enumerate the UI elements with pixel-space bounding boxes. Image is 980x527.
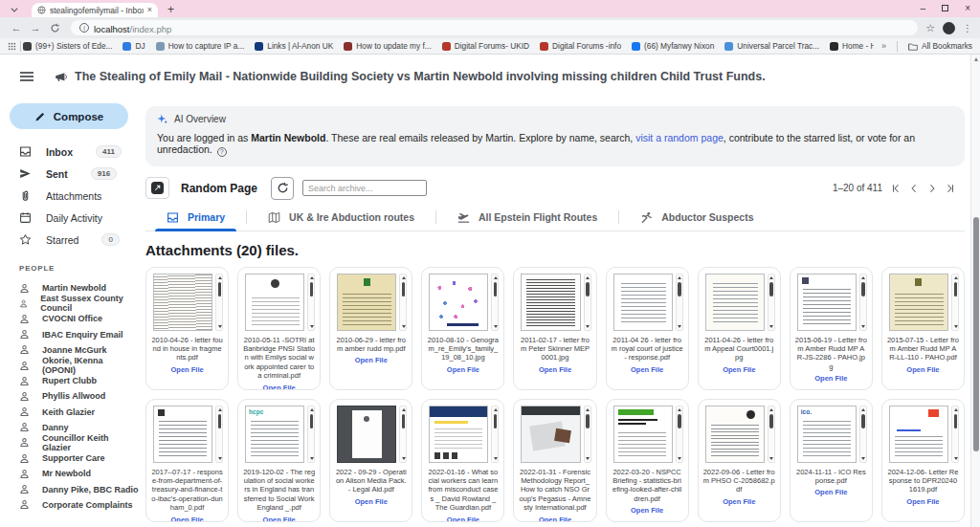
attachment-card[interactable]: 2015-07-15 - Letter from Amber Rudd MP A…: [881, 267, 965, 390]
open-file-link[interactable]: Open File: [612, 506, 683, 515]
profile-avatar[interactable]: [943, 22, 955, 34]
sidebar-person-item[interactable]: Mr Newbold: [0, 466, 139, 481]
sidebar-item-attachments[interactable]: Attachments: [0, 185, 139, 207]
site-info-icon[interactable]: i: [79, 23, 89, 33]
reload-button[interactable]: [46, 23, 63, 33]
bookmark-item[interactable]: Links | Al-Anon UK: [255, 41, 333, 51]
attachment-card[interactable]: hcpc 2019-120-02 - The regulation of soc…: [237, 399, 321, 522]
sidebar-person-item[interactable]: CVOCNI Office: [0, 311, 139, 326]
sidebar-person-item[interactable]: Councillor Keith Glazier: [0, 435, 139, 450]
bookmark-item[interactable]: Home - HM Govern...: [830, 41, 874, 51]
bookmark-star-icon[interactable]: ☆: [925, 22, 935, 34]
sidebar-item-inbox[interactable]: Inbox 411: [0, 141, 139, 163]
attachment-card[interactable]: 2022-01-31 - Forensic Methodology Report…: [513, 399, 596, 522]
sidebar-person-item[interactable]: Phyllis Allwood: [0, 388, 139, 404]
attachment-card[interactable]: 2017--07-17 - response-from-department-o…: [145, 399, 229, 522]
help-icon[interactable]: ?: [217, 147, 227, 157]
open-file-link[interactable]: Open File: [427, 516, 499, 522]
sidebar-person-item[interactable]: Okorie, IKenna (OPONI): [0, 358, 139, 373]
bookmark-item[interactable]: (66) Myfanwy Nixon: [632, 41, 714, 51]
attachment-card[interactable]: 2015-06-19 - Letter from Amber Rudd MP A…: [790, 267, 873, 390]
attachment-card[interactable]: 2010-08-10 - Genogram_re_Emily's_family_…: [421, 267, 504, 390]
open-file-link[interactable]: Open File: [243, 384, 315, 390]
attachment-card[interactable]: 2024-12-06- Letter Response to DPR202401…: [881, 399, 965, 522]
hamburger-menu-icon[interactable]: [20, 69, 33, 83]
bookmark-item[interactable]: (99+) Sisters of Ede...: [23, 41, 112, 51]
open-file-link[interactable]: Open File: [703, 365, 775, 374]
sidebar-person-item[interactable]: Corporate Complaints: [0, 497, 139, 513]
scroll-up-arrow-icon[interactable]: [974, 57, 978, 61]
open-file-link[interactable]: Open File: [243, 516, 315, 522]
bookmarks-overflow-button[interactable]: »: [881, 41, 886, 51]
attachment-card[interactable]: 2011-02-17 - letter from Peter Skinner M…: [513, 267, 596, 390]
tab-abductor-suspects[interactable]: Abductor Suspects: [619, 205, 774, 231]
open-file-link[interactable]: Open File: [335, 356, 407, 364]
sidebar-item-starred[interactable]: Starred 0: [0, 229, 139, 251]
bookmark-item[interactable]: How to capture IP a...: [156, 41, 245, 51]
forward-button[interactable]: →: [27, 22, 44, 33]
attachment-card[interactable]: 2010-04-26 - letter found in house in fr…: [145, 267, 229, 390]
attachment-card[interactable]: 2010-06-29 - letter from amber rudd mp.p…: [329, 267, 412, 390]
tab-primary[interactable]: Primary: [145, 205, 246, 231]
sidebar-person-item[interactable]: Rupert Clubb: [0, 373, 139, 388]
sidebar-person-item[interactable]: Danny Pike, BBC Radio: [0, 481, 139, 496]
attachment-card[interactable]: 2022-03-20 - NSPCC Briefing - statistics…: [606, 399, 689, 522]
pagination-first-button[interactable]: [891, 184, 901, 193]
sidebar-person-item[interactable]: East Sussex County Council: [0, 296, 139, 311]
open-file-link[interactable]: Open File: [151, 516, 223, 522]
open-file-link[interactable]: Open File: [703, 497, 775, 506]
attachment-card[interactable]: 2022-01-16 - What social workers can lea…: [421, 399, 504, 522]
random-page-label[interactable]: Random Page: [181, 182, 257, 195]
sidebar-item-sent[interactable]: Sent 916: [0, 163, 139, 185]
attachment-card[interactable]: 2022-09-06 - Letter from PHSO C-2058682.…: [698, 399, 781, 522]
attachment-card[interactable]: 2011-04-26 - letter from Appeal Court000…: [698, 267, 781, 390]
open-file-link[interactable]: Open File: [427, 365, 499, 374]
window-maximize-button[interactable]: [942, 5, 948, 11]
tab-all-epstein-flight-routes[interactable]: All Epstein Flight Routes: [436, 205, 618, 231]
random-page-icon-button[interactable]: [145, 177, 169, 199]
open-file-link[interactable]: Open File: [335, 497, 407, 506]
new-tab-button[interactable]: +: [167, 4, 174, 15]
open-file-link[interactable]: Open File: [795, 374, 867, 383]
scrollbar-thumb[interactable]: [973, 217, 979, 451]
search-input[interactable]: [302, 180, 427, 196]
open-file-link[interactable]: Open File: [519, 516, 590, 522]
tab-close-icon[interactable]: ×: [147, 6, 152, 14]
sidebar-item-daily-activity[interactable]: Daily Activity: [0, 207, 139, 229]
open-file-link[interactable]: Open File: [519, 365, 590, 374]
refresh-button[interactable]: [271, 177, 294, 200]
attachment-card[interactable]: ico. 2024-11-11 - ICO Response.pdf Open …: [790, 399, 873, 522]
open-file-link[interactable]: Open File: [151, 365, 223, 374]
compose-button[interactable]: Compose: [10, 103, 128, 129]
address-bar[interactable]: i localhost/index.php: [71, 20, 918, 35]
bookmark-item[interactable]: Digital Forums- UKID: [442, 41, 529, 51]
bookmark-item[interactable]: Digital Forums -info: [540, 41, 621, 51]
bookmark-item[interactable]: DJ: [122, 41, 145, 51]
pagination-last-button[interactable]: [946, 184, 955, 193]
back-button[interactable]: ←: [8, 22, 25, 33]
browser-tab[interactable]: stealingofemilymail - Inbox ×: [32, 3, 158, 17]
open-file-link[interactable]: Open File: [795, 488, 867, 496]
attachment-card[interactable]: 2011-04 26 - letter from royal court of …: [606, 267, 689, 390]
pagination-next-button[interactable]: [927, 184, 937, 193]
page-scrollbar[interactable]: [970, 55, 980, 527]
window-minimize-button[interactable]: –: [921, 3, 926, 13]
open-file-link[interactable]: Open File: [887, 497, 959, 506]
random-page-link[interactable]: visit a random page: [635, 132, 724, 143]
browser-menu-icon[interactable]: ⋮: [963, 23, 972, 33]
apps-grid-icon[interactable]: [8, 42, 16, 51]
open-file-link[interactable]: Open File: [887, 365, 959, 374]
attachment-card[interactable]: 2022 - 09-29 - Operation Alison Media Pa…: [329, 399, 412, 522]
all-bookmarks-button[interactable]: All Bookmarks: [908, 41, 972, 51]
sidebar-person-item[interactable]: IBAC Enquiry Email: [0, 327, 139, 342]
attachment-card[interactable]: 2010-05-11 -SOTRI at Banbridge PNSI Stat…: [237, 267, 321, 390]
bookmark-item[interactable]: Universal Parcel Trac...: [724, 41, 819, 51]
tab-search-chevron-icon[interactable]: [8, 3, 20, 15]
bookmark-item[interactable]: How to update my f...: [344, 41, 431, 51]
tab-uk-ire-abduction-routes[interactable]: UK & Ire Abduction routes: [247, 205, 435, 231]
window-close-button[interactable]: ×: [965, 3, 970, 13]
open-file-link[interactable]: Open File: [612, 365, 683, 374]
sidebar-person-item[interactable]: Supporter Care: [0, 450, 139, 466]
pagination-prev-button[interactable]: [909, 184, 919, 193]
sidebar-person-item[interactable]: Keith Glazier: [0, 405, 139, 420]
